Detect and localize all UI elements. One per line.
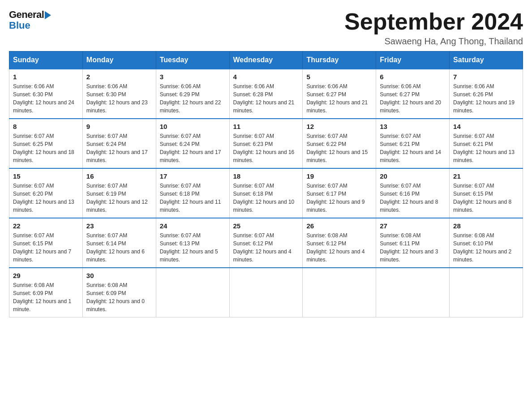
calendar-cell: 20 Sunrise: 6:07 AMSunset: 6:16 PMDaylig… (376, 168, 450, 218)
day-number: 26 (306, 222, 372, 230)
calendar-cell: 30 Sunrise: 6:08 AMSunset: 6:09 PMDaylig… (82, 268, 156, 317)
day-number: 18 (233, 172, 299, 180)
day-number: 15 (13, 172, 79, 180)
day-info: Sunrise: 6:07 AMSunset: 6:15 PMDaylight:… (453, 182, 519, 214)
day-number: 22 (13, 222, 79, 230)
day-info: Sunrise: 6:07 AMSunset: 6:21 PMDaylight:… (453, 132, 519, 164)
day-number: 23 (86, 222, 152, 230)
day-info: Sunrise: 6:07 AMSunset: 6:25 PMDaylight:… (13, 132, 79, 164)
calendar-cell: 5 Sunrise: 6:06 AMSunset: 6:27 PMDayligh… (303, 69, 376, 119)
day-number: 7 (453, 73, 519, 81)
logo-arrow-icon (45, 11, 51, 19)
day-info: Sunrise: 6:07 AMSunset: 6:22 PMDaylight:… (306, 132, 372, 164)
calendar-cell: 16 Sunrise: 6:07 AMSunset: 6:19 PMDaylig… (82, 168, 156, 218)
calendar-cell: 3 Sunrise: 6:06 AMSunset: 6:29 PMDayligh… (156, 69, 229, 119)
day-number: 19 (306, 172, 372, 180)
calendar-header-row: SundayMondayTuesdayWednesdayThursdayFrid… (9, 51, 523, 69)
calendar-cell: 23 Sunrise: 6:07 AMSunset: 6:14 PMDaylig… (82, 218, 156, 268)
day-info: Sunrise: 6:07 AMSunset: 6:15 PMDaylight:… (13, 231, 79, 264)
day-info: Sunrise: 6:07 AMSunset: 6:16 PMDaylight:… (380, 182, 446, 214)
calendar-cell: 17 Sunrise: 6:07 AMSunset: 6:18 PMDaylig… (156, 168, 229, 218)
day-info: Sunrise: 6:07 AMSunset: 6:24 PMDaylight:… (160, 132, 226, 164)
day-number: 16 (86, 172, 152, 180)
calendar-cell: 19 Sunrise: 6:07 AMSunset: 6:17 PMDaylig… (303, 168, 376, 218)
calendar-weekday-wednesday: Wednesday (229, 51, 303, 69)
calendar-cell: 26 Sunrise: 6:08 AMSunset: 6:12 PMDaylig… (303, 218, 376, 268)
day-info: Sunrise: 6:07 AMSunset: 6:21 PMDaylight:… (380, 132, 446, 164)
day-number: 12 (306, 123, 372, 130)
calendar-weekday-monday: Monday (82, 51, 156, 69)
calendar-cell: 28 Sunrise: 6:08 AMSunset: 6:10 PMDaylig… (450, 218, 523, 268)
day-info: Sunrise: 6:07 AMSunset: 6:19 PMDaylight:… (86, 182, 152, 214)
calendar-week-row: 29 Sunrise: 6:08 AMSunset: 6:09 PMDaylig… (9, 268, 523, 317)
calendar-week-row: 15 Sunrise: 6:07 AMSunset: 6:20 PMDaylig… (9, 168, 523, 218)
day-number: 17 (160, 172, 226, 180)
calendar-cell: 18 Sunrise: 6:07 AMSunset: 6:18 PMDaylig… (229, 168, 303, 218)
calendar-cell (376, 268, 450, 317)
calendar-cell: 21 Sunrise: 6:07 AMSunset: 6:15 PMDaylig… (450, 168, 523, 218)
day-info: Sunrise: 6:07 AMSunset: 6:14 PMDaylight:… (86, 231, 152, 264)
day-info: Sunrise: 6:06 AMSunset: 6:27 PMDaylight:… (306, 82, 372, 115)
logo: General Blue (9, 9, 51, 31)
day-info: Sunrise: 6:06 AMSunset: 6:30 PMDaylight:… (86, 82, 152, 115)
calendar-cell: 15 Sunrise: 6:07 AMSunset: 6:20 PMDaylig… (9, 168, 83, 218)
calendar-cell: 2 Sunrise: 6:06 AMSunset: 6:30 PMDayligh… (82, 69, 156, 119)
day-info: Sunrise: 6:06 AMSunset: 6:30 PMDaylight:… (13, 82, 79, 115)
calendar-weekday-friday: Friday (376, 51, 450, 69)
calendar-cell: 13 Sunrise: 6:07 AMSunset: 6:21 PMDaylig… (376, 119, 450, 168)
page-header: General Blue September 2024 Sawaeng Ha, … (9, 9, 523, 47)
logo-blue-text: Blue (9, 20, 30, 31)
calendar-week-row: 8 Sunrise: 6:07 AMSunset: 6:25 PMDayligh… (9, 119, 523, 168)
calendar-cell: 22 Sunrise: 6:07 AMSunset: 6:15 PMDaylig… (9, 218, 83, 268)
calendar-table: SundayMondayTuesdayWednesdayThursdayFrid… (9, 51, 523, 317)
day-number: 1 (13, 73, 79, 81)
day-number: 28 (453, 222, 519, 230)
day-info: Sunrise: 6:06 AMSunset: 6:26 PMDaylight:… (453, 82, 519, 115)
day-number: 27 (380, 222, 446, 230)
day-number: 11 (233, 123, 299, 130)
calendar-week-row: 22 Sunrise: 6:07 AMSunset: 6:15 PMDaylig… (9, 218, 523, 268)
calendar-cell (303, 268, 376, 317)
day-info: Sunrise: 6:08 AMSunset: 6:12 PMDaylight:… (306, 231, 372, 264)
day-info: Sunrise: 6:06 AMSunset: 6:29 PMDaylight:… (160, 82, 226, 115)
day-number: 30 (86, 272, 152, 279)
day-number: 13 (380, 123, 446, 130)
day-info: Sunrise: 6:07 AMSunset: 6:18 PMDaylight:… (160, 182, 226, 214)
day-info: Sunrise: 6:06 AMSunset: 6:28 PMDaylight:… (233, 82, 299, 115)
day-info: Sunrise: 6:08 AMSunset: 6:09 PMDaylight:… (86, 281, 152, 313)
day-info: Sunrise: 6:07 AMSunset: 6:23 PMDaylight:… (233, 132, 299, 164)
calendar-week-row: 1 Sunrise: 6:06 AMSunset: 6:30 PMDayligh… (9, 69, 523, 119)
location-text: Sawaeng Ha, Ang Thong, Thailand (344, 36, 523, 47)
calendar-cell: 29 Sunrise: 6:08 AMSunset: 6:09 PMDaylig… (9, 268, 83, 317)
day-number: 6 (380, 73, 446, 81)
day-info: Sunrise: 6:07 AMSunset: 6:18 PMDaylight:… (233, 182, 299, 214)
calendar-cell (450, 268, 523, 317)
month-title: September 2024 (344, 9, 523, 34)
day-number: 4 (233, 73, 299, 81)
calendar-cell: 14 Sunrise: 6:07 AMSunset: 6:21 PMDaylig… (450, 119, 523, 168)
day-number: 21 (453, 172, 519, 180)
calendar-cell: 8 Sunrise: 6:07 AMSunset: 6:25 PMDayligh… (9, 119, 83, 168)
calendar-weekday-tuesday: Tuesday (156, 51, 229, 69)
day-number: 5 (306, 73, 372, 81)
day-number: 3 (160, 73, 226, 81)
day-number: 29 (13, 272, 79, 279)
calendar-cell: 24 Sunrise: 6:07 AMSunset: 6:13 PMDaylig… (156, 218, 229, 268)
day-info: Sunrise: 6:08 AMSunset: 6:10 PMDaylight:… (453, 231, 519, 264)
calendar-weekday-saturday: Saturday (450, 51, 523, 69)
day-number: 24 (160, 222, 226, 230)
calendar-cell: 10 Sunrise: 6:07 AMSunset: 6:24 PMDaylig… (156, 119, 229, 168)
day-info: Sunrise: 6:07 AMSunset: 6:13 PMDaylight:… (160, 231, 226, 264)
day-number: 8 (13, 123, 79, 130)
calendar-cell (229, 268, 303, 317)
day-info: Sunrise: 6:07 AMSunset: 6:24 PMDaylight:… (86, 132, 152, 164)
day-info: Sunrise: 6:08 AMSunset: 6:09 PMDaylight:… (13, 281, 79, 313)
day-number: 14 (453, 123, 519, 130)
day-info: Sunrise: 6:06 AMSunset: 6:27 PMDaylight:… (380, 82, 446, 115)
calendar-cell: 4 Sunrise: 6:06 AMSunset: 6:28 PMDayligh… (229, 69, 303, 119)
calendar-cell: 12 Sunrise: 6:07 AMSunset: 6:22 PMDaylig… (303, 119, 376, 168)
day-number: 9 (86, 123, 152, 130)
day-info: Sunrise: 6:07 AMSunset: 6:12 PMDaylight:… (233, 231, 299, 264)
calendar-cell: 9 Sunrise: 6:07 AMSunset: 6:24 PMDayligh… (82, 119, 156, 168)
calendar-cell: 1 Sunrise: 6:06 AMSunset: 6:30 PMDayligh… (9, 69, 83, 119)
